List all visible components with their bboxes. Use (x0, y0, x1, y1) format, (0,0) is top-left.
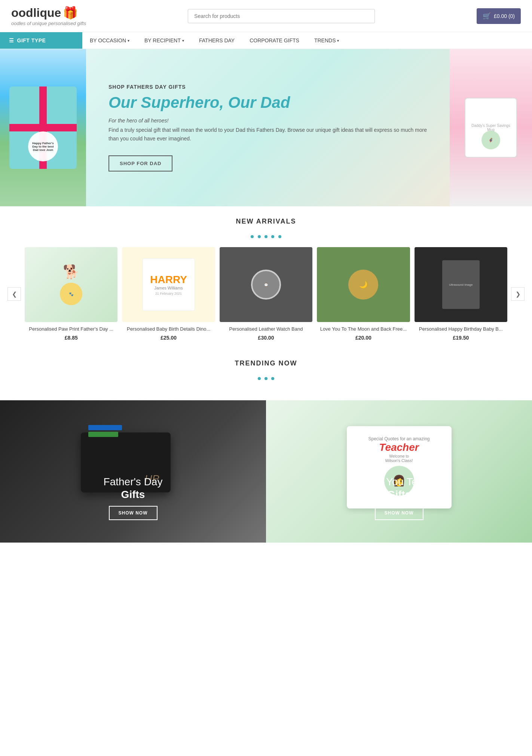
hero-gift-visual: Happy Father's Day to the best Dad love … (9, 86, 77, 169)
logo-tagline: oodles of unique personalised gifts (11, 21, 86, 26)
product-image-1: 🐕 🐾 (25, 247, 117, 322)
cart-button[interactable]: 🛒 £0.00 (0) (477, 8, 521, 24)
section-divider (7, 233, 525, 240)
product-name-2: Personalised Baby Birth Details Dino... (127, 326, 210, 333)
search-input[interactable] (188, 9, 375, 23)
product-price-2: £25.00 (160, 335, 177, 341)
superhero-icon: 🦸 (481, 131, 500, 149)
header: oodlique 🎁 oodles of unique personalised… (0, 0, 532, 32)
dot-1 (258, 377, 261, 380)
product-image-5: Ultrasound Image (415, 247, 507, 322)
hero-title: Our Superhero, Our Dad (108, 94, 427, 112)
hero-left-image: Happy Father's Day to the best Dad love … (0, 49, 86, 206)
wallet-card-2 (88, 432, 118, 437)
trending-divider (7, 375, 525, 382)
new-arrivals-title: NEW ARRIVALS (7, 218, 525, 225)
teacher-show-button[interactable]: SHOW NOW (375, 506, 424, 520)
trending-section: TRENDING NOW (0, 352, 532, 393)
watch-visual: ⌚ (220, 247, 312, 322)
product-price-1: £8.85 (65, 335, 78, 341)
product-image-3: ⌚ (220, 247, 312, 322)
dot-2 (258, 235, 261, 238)
product-card[interactable]: ⌚ Personalised Leather Watch Band £30.00 (220, 247, 312, 341)
gift-icon: 🎁 (63, 6, 78, 20)
teacher-quote: Special Quotes for an amazing (368, 436, 429, 441)
moon-visual: 🌙 (317, 247, 410, 322)
dot-3 (271, 377, 274, 380)
search-bar (188, 9, 375, 23)
trending-title: TRENDING NOW (7, 359, 525, 367)
cart-label: £0.00 (0) (494, 13, 515, 19)
shop-for-dad-button[interactable]: SHOP FOR DAD (108, 155, 172, 171)
logo-text: oodlique 🎁 (11, 6, 86, 20)
product-name-5: Personalised Happy Birthday Baby B... (419, 326, 503, 333)
fathers-day-show-button[interactable]: SHOW NOW (109, 506, 158, 520)
hero-mug-visual: Daddy's Super Savings Mug 🦸 (465, 98, 517, 158)
paw-visual: 🐕 🐾 (25, 247, 117, 322)
nav-item-fathers-day[interactable]: FATHERS DAY (192, 32, 242, 49)
chevron-down-icon: ▾ (128, 39, 129, 43)
wallet-card-1 (88, 425, 122, 430)
dot-1 (251, 235, 254, 238)
new-arrivals-section: NEW ARRIVALS ❮ 🐕 🐾 Personalised Paw Prin… (0, 206, 532, 352)
fathers-day-banner: HP Father's Day Gifts SHOW NOW (0, 400, 266, 543)
logo-wordmark: oodlique (11, 6, 61, 20)
hero-gift-tag: Happy Father's Day to the best Dad love … (28, 131, 58, 161)
product-card[interactable]: HARRY James Williams 21 February 2021 Pe… (122, 247, 215, 341)
teacher-name: Teacher (379, 441, 419, 453)
navigation: ☰ GIFT TYPE BY OCCASION ▾ BY RECIPIENT ▾… (0, 32, 532, 49)
fathers-day-title: Father's Day Gifts (0, 476, 266, 501)
product-price-5: £19.50 (453, 335, 469, 341)
ultrasound-inner: Ultrasound Image (442, 260, 480, 309)
product-name-4: Love You To The Moon and Back Free... (320, 326, 407, 333)
product-price-4: £20.00 (355, 335, 372, 341)
nav-item-corporate-gifts[interactable]: CORPORATE GIFTS (242, 32, 307, 49)
paw-coin: 🐾 (60, 283, 82, 305)
product-image-2: HARRY James Williams 21 February 2021 (122, 247, 215, 322)
menu-icon: ☰ (9, 37, 14, 43)
ultrasound-visual: Ultrasound Image (415, 247, 507, 322)
logo[interactable]: oodlique 🎁 oodles of unique personalised… (11, 6, 86, 26)
nav-item-trends[interactable]: TRENDS ▾ (307, 32, 347, 49)
dot-4 (271, 235, 274, 238)
dino-visual: HARRY James Williams 21 February 2021 (122, 247, 215, 322)
product-name-1: Personalised Paw Print Father's Day ... (29, 326, 113, 333)
product-card[interactable]: 🌙 Love You To The Moon and Back Free... … (317, 247, 410, 341)
teacher-banner: Special Quotes for an amazing Teacher We… (266, 400, 532, 543)
product-card[interactable]: 🐕 🐾 Personalised Paw Print Father's Day … (25, 247, 117, 341)
watch-inner: ⌚ (251, 270, 281, 300)
cart-icon: 🛒 (483, 12, 491, 20)
carousel-prev-button[interactable]: ❮ (7, 287, 21, 301)
gift-type-label: GIFT TYPE (17, 37, 46, 43)
teacher-welcome: Welcome to (389, 454, 409, 458)
dot-3 (265, 235, 267, 238)
hero-description: Find a truly special gift that will mean… (108, 126, 427, 143)
carousel-wrapper: ❮ 🐕 🐾 Personalised Paw Print Father's Da… (7, 247, 525, 341)
chevron-down-icon: ▾ (182, 39, 184, 43)
nav-gift-type[interactable]: ☰ GIFT TYPE (0, 32, 82, 49)
dot-2 (265, 377, 267, 380)
hero-tagline: For the hero of all heroes! (108, 118, 427, 124)
hero-right-image: Daddy's Super Savings Mug 🦸 (450, 49, 532, 206)
product-name-3: Personalised Leather Watch Band (229, 326, 303, 333)
dot-5 (278, 235, 281, 238)
chevron-down-icon: ▾ (337, 39, 339, 43)
teacher-banner-text: Thank You Teacher Gifts SHOW NOW (266, 476, 532, 520)
teacher-title: Thank You Teacher Gifts (266, 476, 532, 501)
carousel-next-button[interactable]: ❯ (511, 287, 525, 301)
product-image-4: 🌙 (317, 247, 410, 322)
nav-item-by-occasion[interactable]: BY OCCASION ▾ (82, 32, 137, 49)
product-price-3: £30.00 (258, 335, 274, 341)
hero-content: SHOP FATHERS DAY GIFTS Our Superhero, Ou… (86, 69, 450, 186)
hero-banner: Happy Father's Day to the best Dad love … (0, 49, 532, 206)
hero-ribbon-horizontal (9, 124, 77, 131)
product-card[interactable]: Ultrasound Image Personalised Happy Birt… (415, 247, 507, 341)
dog-emoji: 🐕 (63, 264, 80, 280)
teacher-class: Wilson's Class! (385, 458, 413, 463)
category-banners: HP Father's Day Gifts SHOW NOW Special Q… (0, 400, 532, 543)
fathers-day-banner-text: Father's Day Gifts SHOW NOW (0, 476, 266, 520)
dino-inner: HARRY James Williams 21 February 2021 (143, 258, 195, 311)
nav-item-by-recipient[interactable]: BY RECIPIENT ▾ (137, 32, 192, 49)
moon-inner: 🌙 (348, 270, 378, 300)
products-grid: 🐕 🐾 Personalised Paw Print Father's Day … (21, 247, 511, 341)
